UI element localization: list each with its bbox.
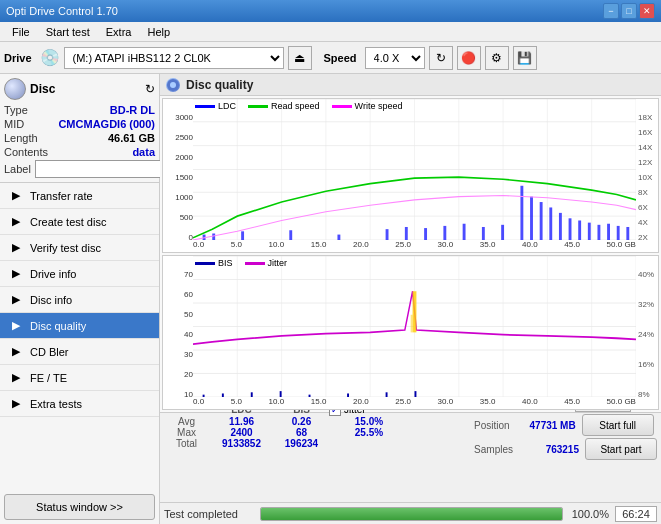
refresh-button[interactable]: ↻ [429,46,453,70]
disc-section-label: Disc [30,82,55,96]
position-label: Position [474,420,510,431]
stats-total-bis: 196234 [274,438,329,449]
legend-jitter: Jitter [268,258,288,268]
sidebar-item-verify-test-disc[interactable]: ▶ Verify test disc [0,235,159,261]
legend-write-speed: Write speed [355,101,403,111]
stats-max-ldc: 2400 [209,427,274,438]
disc-icon [4,78,26,100]
sidebar: Disc ↻ Type BD-R DL MID CMCMAGDI6 (000) … [0,74,160,524]
stats-max-bis: 68 [274,427,329,438]
chart1-svg [193,99,636,240]
menu-extra[interactable]: Extra [98,24,140,40]
svg-rect-32 [530,197,533,240]
legend-read-speed: Read speed [271,101,320,111]
legend-ldc: LDC [218,101,236,111]
svg-rect-26 [424,228,427,240]
chart2-y-axis-right: 40%32%24%16%8% [636,256,658,409]
maximize-button[interactable]: □ [621,3,637,19]
sidebar-item-fe-te[interactable]: ▶ FE / TE [0,365,159,391]
sidebar-item-create-test-disc[interactable]: ▶ Create test disc [0,209,159,235]
svg-rect-36 [569,218,572,240]
stats-avg-ldc: 11.96 [209,416,274,427]
svg-rect-39 [597,225,600,240]
svg-rect-34 [549,207,552,240]
chart1-y-axis-left: 300025002000150010005000 [163,99,193,252]
save-button[interactable]: 💾 [513,46,537,70]
content-header: Disc quality [160,74,661,96]
disc-label-input[interactable] [35,160,168,178]
svg-rect-42 [626,227,629,240]
cd-bler-icon: ▶ [8,344,24,360]
stats-row-total-label: Total [164,438,209,449]
disc-type-value: BD-R DL [110,104,155,116]
content-title: Disc quality [186,78,253,92]
minimize-button[interactable]: − [603,3,619,19]
svg-rect-33 [540,202,543,240]
sidebar-item-transfer-rate[interactable]: ▶ Transfer rate [0,183,159,209]
chart2-svg [193,256,636,397]
drive-info-icon: ▶ [8,266,24,282]
svg-rect-40 [607,224,610,240]
menu-bar: File Start test Extra Help [0,22,661,42]
status-window-button[interactable]: Status window >> [4,494,155,520]
disc-mid-value: CMCMAGDI6 (000) [58,118,155,130]
sidebar-item-drive-info[interactable]: ▶ Drive info [0,261,159,287]
drive-label: Drive [4,52,32,64]
legend-bis: BIS [218,258,233,268]
sidebar-item-disc-quality[interactable]: ▶ Disc quality [0,313,159,339]
bottom-bar: Test completed 100.0% 66:24 [160,502,661,524]
stats-total-ldc: 9133852 [209,438,274,449]
window-controls: − □ ✕ [603,3,655,19]
progress-pct: 100.0% [569,508,609,520]
fe-te-icon: ▶ [8,370,24,386]
content-title-icon [166,78,180,92]
disc-info-panel: Disc ↻ Type BD-R DL MID CMCMAGDI6 (000) … [0,74,159,183]
drive-icon: 💿 [40,48,60,67]
menu-start-test[interactable]: Start test [38,24,98,40]
close-button[interactable]: ✕ [639,3,655,19]
stats-avg-bis: 0.26 [274,416,329,427]
menu-help[interactable]: Help [139,24,178,40]
settings-button[interactable]: ⚙ [485,46,509,70]
speed-select[interactable]: 4.0 X [365,47,425,69]
chart-ldc: 300025002000150010005000 18X16X14X12X10X… [162,98,659,253]
create-test-disc-icon: ▶ [8,214,24,230]
stats-total-jitter [329,438,409,449]
disc-mid-key: MID [4,118,24,130]
svg-rect-31 [520,186,523,240]
svg-rect-30 [501,225,504,240]
svg-rect-25 [405,227,408,240]
sidebar-item-cd-bler[interactable]: ▶ CD Bler [0,339,159,365]
status-text: Test completed [164,508,254,520]
sidebar-item-label: Transfer rate [30,190,93,202]
menu-file[interactable]: File [4,24,38,40]
app-title: Opti Drive Control 1.70 [6,5,118,17]
disc-length-key: Length [4,132,38,144]
drive-select[interactable]: (M:) ATAPI iHBS112 2 CL0K [64,47,284,69]
svg-rect-35 [559,213,562,240]
sidebar-item-label: Drive info [30,268,76,280]
sidebar-item-disc-info[interactable]: ▶ Disc info [0,287,159,313]
toolbar: Drive 💿 (M:) ATAPI iHBS112 2 CL0K ⏏ Spee… [0,42,661,74]
start-part-button[interactable]: Start part [585,438,657,460]
progress-bar [260,507,563,521]
time-display: 66:24 [615,506,657,522]
sidebar-item-label: FE / TE [30,372,67,384]
sidebar-item-label: Disc info [30,294,72,306]
chart1-legend: LDC Read speed Write speed [195,101,402,111]
chart1-x-axis: 0.05.010.015.020.025.030.035.040.045.050… [193,240,636,252]
stats-row-max-label: Max [164,427,209,438]
disc-contents-value: data [132,146,155,158]
disc-refresh-icon[interactable]: ↻ [145,82,155,96]
start-full-button[interactable]: Start full [582,414,654,436]
sidebar-item-label: Verify test disc [30,242,101,254]
svg-rect-28 [463,224,466,240]
sidebar-item-extra-tests[interactable]: ▶ Extra tests [0,391,159,417]
svg-rect-38 [588,223,591,240]
speed-label: Speed [324,52,357,64]
stats-max-jitter: 25.5% [329,427,409,438]
burn-button[interactable]: 🔴 [457,46,481,70]
sidebar-item-label: CD Bler [30,346,69,358]
eject-button[interactable]: ⏏ [288,46,312,70]
disc-info-icon: ▶ [8,292,24,308]
